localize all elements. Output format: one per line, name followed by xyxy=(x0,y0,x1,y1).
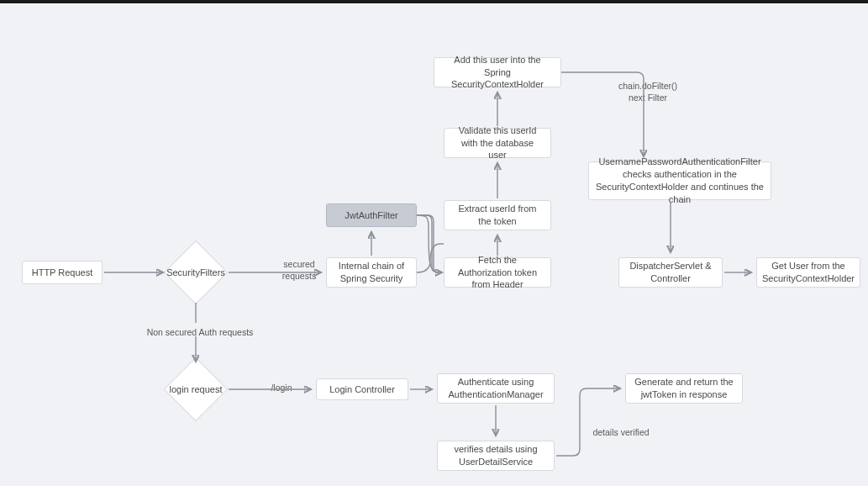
node-validate-userid: Validate this userId with the database u… xyxy=(444,128,551,158)
node-fetch-auth: Fetch the Authorization token from Heade… xyxy=(444,257,551,288)
edge-label-non-secured: Non secured Auth requests xyxy=(141,327,259,339)
node-internal-chain: Internal chain of Spring Security xyxy=(326,257,417,288)
node-gen-jwt: Generate and return the jwtToken in resp… xyxy=(625,373,743,404)
node-dispatcher: DispatcherServlet & Controller xyxy=(618,257,723,288)
node-login-controller: Login Controller xyxy=(316,378,408,400)
node-verify-details: verifies details using UserDetailService xyxy=(437,441,555,471)
node-security-filters xyxy=(164,240,228,304)
node-get-user: Get User from the SecurityContextHolder xyxy=(756,257,860,288)
node-http-request: HTTP Request xyxy=(22,261,103,284)
edge-label-chain-dofilter: chain.doFilter() next Filter xyxy=(610,81,686,103)
edge-label-details-verified: details verified xyxy=(583,427,659,439)
node-extract-userid: Extract userId from the token xyxy=(444,200,551,230)
edge-label-secured: secured requests xyxy=(274,259,324,282)
node-jwt-auth-filter: JwtAuthFilter xyxy=(326,203,417,227)
node-auth-manager: Authenticate using AuthenticationManager xyxy=(437,373,555,404)
node-upaf: UsernamePasswordAuthenticationFilter che… xyxy=(588,161,771,200)
edge-label-login: /login xyxy=(260,383,302,394)
node-login-request xyxy=(164,357,228,421)
node-add-user: Add this user into the Spring SecurityCo… xyxy=(434,57,561,87)
